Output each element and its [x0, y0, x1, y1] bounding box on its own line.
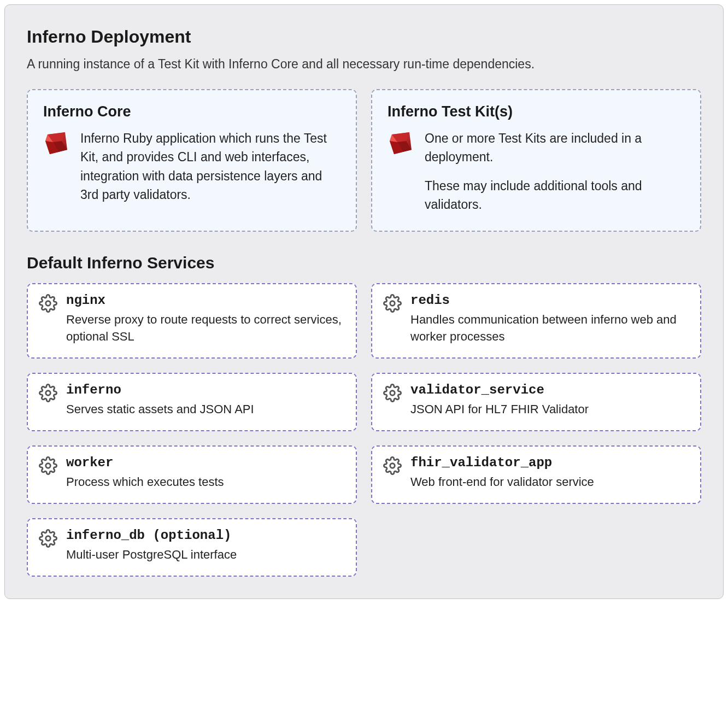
service-card-worker: worker Process which executes tests [27, 445, 357, 504]
deployment-title: Inferno Deployment [27, 27, 701, 47]
gear-icon [383, 294, 402, 313]
services-grid: nginx Reverse proxy to route requests to… [27, 283, 701, 577]
gear-icon [39, 529, 57, 548]
service-name: worker [66, 455, 224, 470]
service-name: redis [410, 293, 689, 308]
svg-point-2 [46, 391, 51, 396]
services-section-title: Default Inferno Services [27, 254, 701, 272]
service-desc: Web front-end for validator service [410, 473, 594, 491]
service-desc: JSON API for HL7 FHIR Validator [410, 401, 589, 418]
service-desc: Process which executes tests [66, 473, 224, 491]
inferno-test-kits-card: Inferno Test Kit(s) [371, 89, 701, 232]
gear-icon [39, 456, 57, 475]
ruby-icon [43, 130, 69, 156]
core-card-title: Inferno Core [43, 103, 340, 120]
service-desc: Serves static assets and JSON API [66, 401, 254, 418]
svg-point-3 [390, 391, 395, 396]
core-card-paragraph: These may include additional tools and v… [425, 177, 685, 214]
ruby-icon [388, 130, 414, 156]
core-card-title: Inferno Test Kit(s) [388, 103, 685, 120]
gear-icon [39, 294, 57, 313]
service-name: nginx [66, 293, 345, 308]
service-name: inferno_db (optional) [66, 528, 237, 543]
core-card-paragraph: Inferno Ruby application which runs the … [80, 129, 340, 204]
inferno-core-card: Inferno Core [27, 89, 357, 232]
svg-point-5 [390, 464, 395, 468]
service-card-validator-service: validator_service JSON API for HL7 FHIR … [371, 373, 701, 431]
svg-point-0 [46, 301, 51, 306]
gear-icon [383, 456, 402, 475]
core-card-paragraph: One or more Test Kits are included in a … [425, 129, 685, 167]
svg-point-4 [46, 464, 51, 468]
service-name: fhir_validator_app [410, 455, 594, 470]
deployment-subtitle: A running instance of a Test Kit with In… [27, 55, 701, 74]
service-card-inferno: inferno Serves static assets and JSON AP… [27, 373, 357, 431]
core-card-text: Inferno Ruby application which runs the … [80, 129, 340, 204]
service-card-fhir-validator-app: fhir_validator_app Web front-end for val… [371, 445, 701, 504]
svg-point-6 [46, 536, 51, 541]
core-card-text: One or more Test Kits are included in a … [425, 129, 685, 214]
svg-point-1 [390, 301, 395, 306]
service-desc: Handles communication between inferno we… [410, 311, 689, 346]
service-desc: Reverse proxy to route requests to corre… [66, 311, 345, 346]
gear-icon [383, 384, 402, 402]
gear-icon [39, 384, 57, 402]
service-name: validator_service [410, 383, 589, 397]
service-card-nginx: nginx Reverse proxy to route requests to… [27, 283, 357, 359]
service-card-redis: redis Handles communication between infe… [371, 283, 701, 359]
service-desc: Multi-user PostgreSQL interface [66, 546, 237, 564]
service-name: inferno [66, 383, 254, 397]
service-card-inferno-db: inferno_db (optional) Multi-user Postgre… [27, 518, 357, 577]
deployment-container: Inferno Deployment A running instance of… [4, 4, 724, 599]
core-cards-row: Inferno Core [27, 89, 701, 232]
